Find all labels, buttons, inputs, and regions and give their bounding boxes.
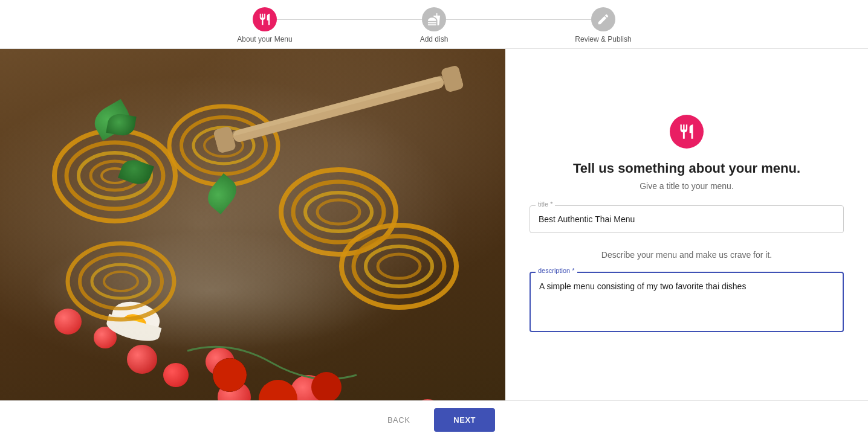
svg-point-24 <box>104 272 138 291</box>
food-image-area <box>0 49 505 400</box>
title-input[interactable] <box>530 205 844 233</box>
form-title: Tell us something about your menu. <box>573 161 800 176</box>
title-label: title * <box>536 200 555 208</box>
svg-point-18 <box>213 358 247 392</box>
step-about-menu: About your Menu <box>180 7 349 43</box>
step-label-about-menu: About your Menu <box>237 35 292 43</box>
main-content: Tell us something about your menu. Give … <box>0 49 868 400</box>
title-input-group: title * <box>530 205 844 233</box>
svg-point-19 <box>259 380 297 400</box>
bottom-bar: BACK NEXT <box>0 400 868 439</box>
describe-subtitle: Describe your menu and make us crave for… <box>601 250 772 260</box>
step-icon-add-dish <box>422 7 446 31</box>
svg-point-20 <box>311 372 342 400</box>
step-review-publish: Review & Publish <box>519 7 688 43</box>
form-area: Tell us something about your menu. Give … <box>505 49 868 400</box>
stepper: About your Menu Add dish Review & Publis… <box>0 0 868 49</box>
svg-point-23 <box>92 264 150 298</box>
step-icon-review-publish <box>591 7 615 31</box>
step-label-review-publish: Review & Publish <box>575 35 631 43</box>
step-icon-about-menu <box>253 7 277 31</box>
step-add-dish: Add dish <box>349 7 519 43</box>
next-button[interactable]: NEXT <box>434 408 495 432</box>
description-textarea[interactable]: A simple menu consisting of my two favor… <box>530 272 844 332</box>
svg-point-27 <box>366 246 432 286</box>
back-button[interactable]: BACK <box>373 409 424 431</box>
svg-point-28 <box>378 254 420 278</box>
form-icon <box>670 115 704 149</box>
form-subtitle-title: Give a title to your menu. <box>640 181 734 191</box>
step-label-add-dish: Add dish <box>420 35 449 43</box>
description-input-group: description * A simple menu consisting o… <box>530 272 844 335</box>
description-label: description * <box>536 267 577 274</box>
